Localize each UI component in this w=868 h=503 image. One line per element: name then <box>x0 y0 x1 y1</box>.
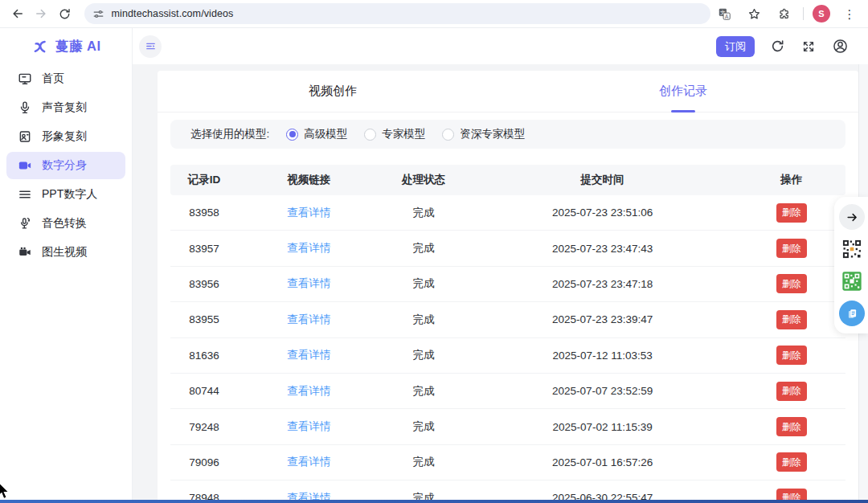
main-content: 视频创作 创作记录 选择使用的模型: 高级模型 专家模型 资深专家模型 <box>133 64 868 503</box>
sidebar-item-digital-avatar[interactable]: 数字分身 <box>6 152 125 179</box>
divider <box>803 7 804 20</box>
view-details-link[interactable]: 查看详情 <box>287 385 330 397</box>
tab-creation-records[interactable]: 创作记录 <box>508 71 858 112</box>
subscribe-button[interactable]: 订阅 <box>716 36 755 57</box>
table-row: 81636 查看详情 完成 2025-07-12 11:03:53 删除 <box>170 338 845 374</box>
model-option-label: 高级模型 <box>304 127 347 141</box>
record-id: 83956 <box>170 278 238 290</box>
model-option-expert[interactable]: 专家模型 <box>364 127 425 141</box>
browser-profile-avatar[interactable]: S <box>813 5 830 22</box>
table-row: 83957 查看详情 完成 2025-07-23 23:47:43 删除 <box>170 231 845 266</box>
view-details-link[interactable]: 查看详情 <box>287 456 330 468</box>
panel-collapse-button[interactable] <box>839 204 865 230</box>
status-text: 完成 <box>379 206 467 220</box>
table-row: 83956 查看详情 完成 2025-07-23 23:47:18 删除 <box>170 267 845 302</box>
delete-button[interactable]: 删除 <box>776 417 807 436</box>
sidebar-item-label: 音色转换 <box>42 216 87 231</box>
delete-button[interactable]: 删除 <box>776 203 807 223</box>
account-circle-icon <box>832 38 849 55</box>
radio-selected-icon[interactable] <box>286 129 298 141</box>
model-selector: 选择使用的模型: 高级模型 专家模型 资深专家模型 <box>170 120 845 149</box>
green-qr-code-button[interactable] <box>839 268 865 294</box>
account-button[interactable] <box>831 38 849 55</box>
delete-button[interactable]: 删除 <box>776 310 807 329</box>
status-text: 完成 <box>379 384 467 399</box>
table-row: 83955 查看详情 完成 2025-07-23 23:39:47 删除 <box>170 302 845 337</box>
sidebar-item-voice-convert[interactable]: 音色转换 <box>6 210 125 237</box>
tab-bar: 视频创作 创作记录 <box>158 71 858 112</box>
submit-time: 2025-07-23 23:51:06 <box>468 207 738 219</box>
browser-reload-button[interactable] <box>55 3 75 24</box>
view-details-link[interactable]: 查看详情 <box>287 349 330 361</box>
browser-forward-button[interactable] <box>31 3 51 24</box>
delete-button[interactable]: 删除 <box>776 274 807 293</box>
logo[interactable]: 蔓藤 AI <box>0 28 133 64</box>
view-details-link[interactable]: 查看详情 <box>287 277 330 289</box>
bookmark-button[interactable] <box>743 3 764 24</box>
arrow-right-icon <box>845 211 859 224</box>
address-bar[interactable]: mindtechassist.com/videos <box>84 3 710 24</box>
table-row: 79096 查看详情 完成 2025-07-01 16:57:26 删除 <box>170 445 845 481</box>
sidebar-item-label: 声音复刻 <box>42 100 87 115</box>
delete-button[interactable]: 删除 <box>776 452 807 472</box>
sidebar-collapse-button[interactable] <box>139 35 162 58</box>
sidebar-item-label: 图生视频 <box>42 245 87 260</box>
view-details-link[interactable]: 查看详情 <box>287 207 330 219</box>
record-id: 81636 <box>170 350 238 362</box>
column-header: 处理状态 <box>379 173 467 187</box>
status-text: 完成 <box>379 455 467 469</box>
sidebar-item-label: PPT数字人 <box>42 187 97 202</box>
view-details-link[interactable]: 查看详情 <box>287 242 330 254</box>
desktop-edge <box>0 500 868 503</box>
delete-button[interactable]: 删除 <box>776 382 807 401</box>
view-details-link[interactable]: 查看详情 <box>287 420 330 432</box>
kebab-menu-icon: ⋮ <box>844 8 856 20</box>
submit-time: 2025-07-02 11:15:39 <box>468 421 738 433</box>
submit-time: 2025-07-23 23:47:18 <box>468 278 738 290</box>
table-row: 83958 查看详情 完成 2025-07-23 23:51:06 删除 <box>170 195 845 231</box>
portrait-card-icon <box>17 129 32 145</box>
sidebar-item-ppt-digital-human[interactable]: PPT数字人 <box>6 181 125 208</box>
sidebar-item-label: 数字分身 <box>42 158 87 173</box>
record-id: 83957 <box>170 243 238 255</box>
submit-time: 2025-07-01 16:57:26 <box>468 456 738 468</box>
column-header: 记录ID <box>170 173 238 187</box>
browser-toolbar: mindtechassist.com/videos 文A S ⋮ <box>0 0 868 28</box>
sidebar-item-voice-clone[interactable]: 声音复刻 <box>6 94 125 121</box>
model-option-senior-expert[interactable]: 资深专家模型 <box>442 127 525 141</box>
refresh-button[interactable] <box>768 38 786 55</box>
model-selector-label: 选择使用的模型: <box>190 127 269 141</box>
view-details-link[interactable]: 查看详情 <box>287 313 330 325</box>
model-option-advanced[interactable]: 高级模型 <box>286 127 347 141</box>
table-row: 80744 查看详情 完成 2025-07-07 23:52:59 删除 <box>170 374 845 409</box>
sidebar-item-label: 形象复刻 <box>42 129 87 144</box>
delete-button[interactable]: 删除 <box>776 239 807 258</box>
extensions-button[interactable] <box>773 3 794 24</box>
document-icon <box>845 307 859 321</box>
svg-text:A: A <box>725 13 729 18</box>
browser-menu-button[interactable]: ⋮ <box>839 3 860 24</box>
fullscreen-button[interactable] <box>800 38 817 55</box>
translate-button[interactable]: 文A <box>714 3 735 24</box>
submit-time: 2025-07-23 23:47:43 <box>468 243 738 255</box>
sidebar-item-avatar-clone[interactable]: 形象复刻 <box>6 123 125 150</box>
tab-video-creation[interactable]: 视频创作 <box>158 71 508 112</box>
delete-button[interactable]: 删除 <box>776 346 807 365</box>
browser-back-button[interactable] <box>8 3 28 24</box>
browser-actions: 文A S ⋮ <box>714 3 860 24</box>
table-row: 79248 查看详情 完成 2025-07-02 11:15:39 删除 <box>170 409 845 444</box>
video-camera-icon <box>17 158 32 174</box>
sidebar-item-home[interactable]: 首页 <box>6 65 125 92</box>
expand-icon <box>801 39 816 54</box>
site-settings-icon[interactable] <box>92 8 104 20</box>
film-camera-icon <box>17 245 32 260</box>
qr-code-button[interactable] <box>839 236 865 262</box>
radio-unselected-icon[interactable] <box>364 129 376 141</box>
sidebar-item-label: 首页 <box>42 72 64 86</box>
radio-unselected-icon[interactable] <box>442 129 454 141</box>
screen: mindtechassist.com/videos 文A S ⋮ 蔓藤 AI <box>0 0 868 503</box>
voice-convert-icon <box>17 216 32 231</box>
document-button[interactable] <box>839 301 865 326</box>
sidebar-item-image-to-video[interactable]: 图生视频 <box>6 239 125 266</box>
microphone-icon <box>17 100 32 116</box>
